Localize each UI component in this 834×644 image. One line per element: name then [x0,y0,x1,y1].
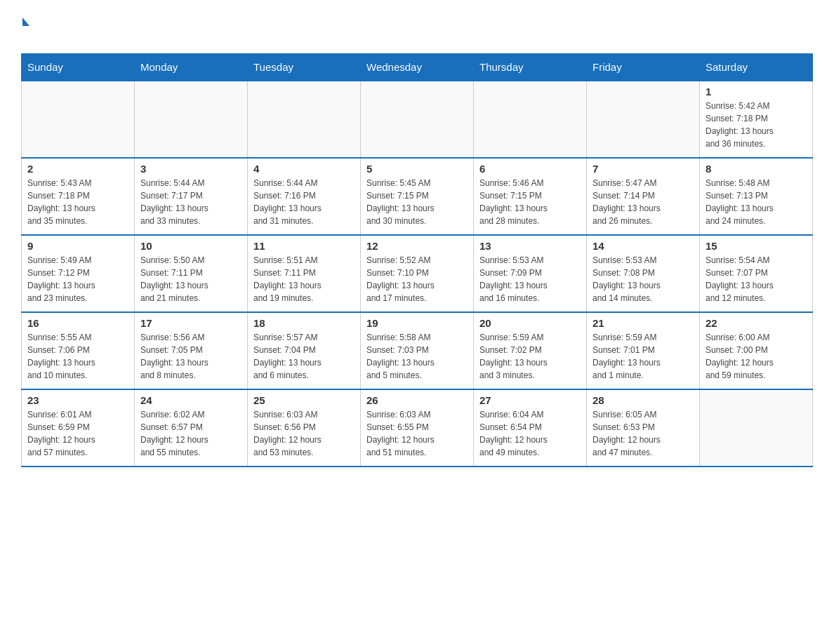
calendar-cell: 27Sunrise: 6:04 AM Sunset: 6:54 PM Dayli… [474,389,587,467]
day-number: 28 [593,394,694,406]
calendar-cell: 24Sunrise: 6:02 AM Sunset: 6:57 PM Dayli… [135,389,248,467]
day-info: Sunrise: 5:56 AM Sunset: 7:05 PM Dayligh… [140,331,241,382]
day-number: 27 [479,394,581,406]
day-number: 19 [366,317,468,329]
day-info: Sunrise: 6:03 AM Sunset: 6:55 PM Dayligh… [366,408,468,459]
week-row-5: 23Sunrise: 6:01 AM Sunset: 6:59 PM Dayli… [22,389,813,467]
calendar-header-friday: Friday [587,54,700,81]
day-info: Sunrise: 5:43 AM Sunset: 7:18 PM Dayligh… [27,177,128,227]
day-info: Sunrise: 5:58 AM Sunset: 7:03 PM Dayligh… [366,331,468,382]
calendar-cell: 1Sunrise: 5:42 AM Sunset: 7:18 PM Daylig… [700,81,813,158]
calendar-cell: 7Sunrise: 5:47 AM Sunset: 7:14 PM Daylig… [587,158,700,235]
day-number: 11 [253,240,355,252]
calendar-cell: 5Sunrise: 5:45 AM Sunset: 7:15 PM Daylig… [361,158,474,235]
day-number: 12 [366,240,468,252]
day-info: Sunrise: 5:53 AM Sunset: 7:09 PM Dayligh… [479,254,581,304]
calendar-header-row: SundayMondayTuesdayWednesdayThursdayFrid… [22,54,813,81]
calendar-header-wednesday: Wednesday [361,54,474,81]
calendar-header-saturday: Saturday [700,54,813,81]
calendar-cell: 16Sunrise: 5:55 AM Sunset: 7:06 PM Dayli… [22,312,135,389]
day-number: 1 [706,86,807,98]
day-info: Sunrise: 5:44 AM Sunset: 7:16 PM Dayligh… [253,177,355,227]
day-info: Sunrise: 5:57 AM Sunset: 7:04 PM Dayligh… [253,331,355,382]
calendar-cell: 3Sunrise: 5:44 AM Sunset: 7:17 PM Daylig… [135,158,248,235]
day-info: Sunrise: 5:55 AM Sunset: 7:06 PM Dayligh… [27,331,128,382]
day-number: 14 [593,240,694,252]
calendar-cell: 28Sunrise: 6:05 AM Sunset: 6:53 PM Dayli… [587,389,700,467]
calendar-cell: 8Sunrise: 5:48 AM Sunset: 7:13 PM Daylig… [700,158,813,235]
calendar-header-sunday: Sunday [22,54,135,81]
calendar-cell [248,81,361,158]
day-number: 7 [593,163,694,175]
logo-triangle-icon [22,18,29,26]
day-info: Sunrise: 5:46 AM Sunset: 7:15 PM Dayligh… [479,177,581,227]
calendar-cell: 22Sunrise: 6:00 AM Sunset: 7:00 PM Dayli… [700,312,813,389]
calendar-header-thursday: Thursday [474,54,587,81]
day-number: 8 [706,163,807,175]
calendar-table: SundayMondayTuesdayWednesdayThursdayFrid… [21,53,813,467]
day-number: 6 [479,163,581,175]
day-info: Sunrise: 5:48 AM Sunset: 7:13 PM Dayligh… [706,177,807,227]
calendar-cell: 19Sunrise: 5:58 AM Sunset: 7:03 PM Dayli… [361,312,474,389]
day-info: Sunrise: 5:50 AM Sunset: 7:11 PM Dayligh… [140,254,241,304]
day-number: 2 [27,163,128,175]
calendar-cell [587,81,700,158]
day-number: 26 [366,394,468,406]
page-header [21,14,813,46]
calendar-cell [22,81,135,158]
calendar-cell: 4Sunrise: 5:44 AM Sunset: 7:16 PM Daylig… [248,158,361,235]
day-number: 25 [253,394,355,406]
calendar-cell: 25Sunrise: 6:03 AM Sunset: 6:56 PM Dayli… [248,389,361,467]
calendar-cell: 18Sunrise: 5:57 AM Sunset: 7:04 PM Dayli… [248,312,361,389]
week-row-3: 9Sunrise: 5:49 AM Sunset: 7:12 PM Daylig… [22,235,813,312]
day-number: 9 [27,240,128,252]
calendar-cell: 17Sunrise: 5:56 AM Sunset: 7:05 PM Dayli… [135,312,248,389]
day-info: Sunrise: 6:00 AM Sunset: 7:00 PM Dayligh… [706,331,807,382]
day-info: Sunrise: 6:04 AM Sunset: 6:54 PM Dayligh… [479,408,581,459]
week-row-2: 2Sunrise: 5:43 AM Sunset: 7:18 PM Daylig… [22,158,813,235]
calendar-cell [474,81,587,158]
calendar-cell: 13Sunrise: 5:53 AM Sunset: 7:09 PM Dayli… [474,235,587,312]
calendar-cell [361,81,474,158]
calendar-cell: 20Sunrise: 5:59 AM Sunset: 7:02 PM Dayli… [474,312,587,389]
day-info: Sunrise: 5:42 AM Sunset: 7:18 PM Dayligh… [706,100,807,150]
day-info: Sunrise: 5:54 AM Sunset: 7:07 PM Dayligh… [706,254,807,304]
day-info: Sunrise: 5:51 AM Sunset: 7:11 PM Dayligh… [253,254,355,304]
calendar-cell: 26Sunrise: 6:03 AM Sunset: 6:55 PM Dayli… [361,389,474,467]
day-number: 15 [706,240,807,252]
day-info: Sunrise: 5:47 AM Sunset: 7:14 PM Dayligh… [593,177,694,227]
calendar-header-tuesday: Tuesday [248,54,361,81]
day-info: Sunrise: 5:44 AM Sunset: 7:17 PM Dayligh… [140,177,241,227]
day-number: 18 [253,317,355,329]
day-number: 16 [27,317,128,329]
day-info: Sunrise: 5:49 AM Sunset: 7:12 PM Dayligh… [27,254,128,304]
calendar-cell [135,81,248,158]
day-info: Sunrise: 6:03 AM Sunset: 6:56 PM Dayligh… [253,408,355,459]
day-info: Sunrise: 5:45 AM Sunset: 7:15 PM Dayligh… [366,177,468,227]
day-number: 20 [479,317,581,329]
calendar-cell: 12Sunrise: 5:52 AM Sunset: 7:10 PM Dayli… [361,235,474,312]
day-info: Sunrise: 6:01 AM Sunset: 6:59 PM Dayligh… [27,408,128,459]
calendar-cell: 14Sunrise: 5:53 AM Sunset: 7:08 PM Dayli… [587,235,700,312]
day-info: Sunrise: 5:59 AM Sunset: 7:01 PM Dayligh… [593,331,694,382]
calendar-cell: 15Sunrise: 5:54 AM Sunset: 7:07 PM Dayli… [700,235,813,312]
calendar-cell: 2Sunrise: 5:43 AM Sunset: 7:18 PM Daylig… [22,158,135,235]
day-number: 3 [140,163,241,175]
logo [21,14,29,46]
calendar-cell: 11Sunrise: 5:51 AM Sunset: 7:11 PM Dayli… [248,235,361,312]
day-info: Sunrise: 6:02 AM Sunset: 6:57 PM Dayligh… [140,408,241,459]
day-number: 17 [140,317,241,329]
calendar-header-monday: Monday [135,54,248,81]
day-info: Sunrise: 6:05 AM Sunset: 6:53 PM Dayligh… [593,408,694,459]
week-row-1: 1Sunrise: 5:42 AM Sunset: 7:18 PM Daylig… [22,81,813,158]
day-info: Sunrise: 5:52 AM Sunset: 7:10 PM Dayligh… [366,254,468,304]
calendar-cell [700,389,813,467]
calendar-cell: 10Sunrise: 5:50 AM Sunset: 7:11 PM Dayli… [135,235,248,312]
week-row-4: 16Sunrise: 5:55 AM Sunset: 7:06 PM Dayli… [22,312,813,389]
calendar-cell: 6Sunrise: 5:46 AM Sunset: 7:15 PM Daylig… [474,158,587,235]
calendar-cell: 9Sunrise: 5:49 AM Sunset: 7:12 PM Daylig… [22,235,135,312]
day-number: 23 [27,394,128,406]
day-number: 4 [253,163,355,175]
calendar-cell: 21Sunrise: 5:59 AM Sunset: 7:01 PM Dayli… [587,312,700,389]
day-number: 21 [593,317,694,329]
